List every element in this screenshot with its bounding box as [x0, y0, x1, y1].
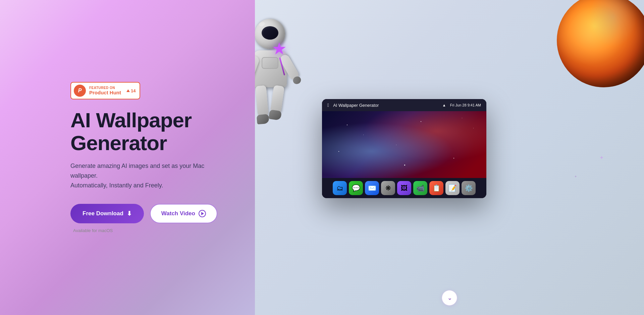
watch-video-button[interactable]: Watch Video: [150, 204, 217, 223]
left-arm: [255, 55, 260, 83]
download-button-label: Free Download: [83, 210, 123, 217]
right-leg: [270, 85, 285, 113]
mac-titlebar-right: ▲ Fri Jun 28 9:41 AM: [442, 103, 481, 107]
mac-window-title: AI Wallpaper Generator: [333, 103, 440, 108]
subtitle-line1: Generate amazing AI images and set as yo…: [70, 163, 204, 179]
hero-content: P FEATURED ON Product Hunt 14 AI Wallpap…: [70, 82, 255, 233]
right-glove: [292, 75, 303, 85]
dock-item-flower[interactable]: ❋: [381, 181, 395, 195]
product-hunt-count: 14: [126, 88, 136, 93]
product-hunt-name: Product Hunt: [89, 90, 121, 95]
available-label: Available for macOS: [70, 228, 255, 233]
dock-item-settings[interactable]: ⚙️: [462, 181, 476, 195]
subtitle-line2: Automatically, Instantly and Freely.: [70, 182, 163, 189]
star-icon: ★: [272, 39, 287, 58]
right-boot: [269, 109, 282, 121]
watch-video-label: Watch Video: [161, 210, 195, 217]
dock-item-finder[interactable]: 🗂: [333, 181, 347, 195]
sparkle-icon-1: ✦: [599, 154, 604, 161]
suit-chest-detail: [262, 57, 278, 69]
main-heading: AI Wallpaper Generator: [70, 109, 255, 154]
mac-dock: 🗂 💬 ✉️ ❋ 🖼 📹 📋 📝 ⚙️: [322, 178, 486, 198]
product-hunt-logo: P: [74, 85, 86, 97]
mac-time: Fri Jun 28 9:41 AM: [450, 103, 481, 107]
download-icon: ⬇: [127, 210, 132, 217]
dock-item-mail[interactable]: ✉️: [365, 181, 379, 195]
left-leg: [255, 85, 269, 116]
product-hunt-badge[interactable]: P FEATURED ON Product Hunt 14: [70, 82, 140, 99]
apple-logo-icon: : [327, 102, 329, 108]
stars-decoration: [322, 111, 486, 178]
product-hunt-text: FEATURED ON Product Hunt: [89, 86, 121, 95]
subtitle: Generate amazing AI images and set as yo…: [70, 161, 231, 190]
star-wand: ★: [272, 39, 287, 58]
dock-item-facetime[interactable]: 📹: [413, 181, 427, 195]
mac-titlebar:  AI Wallpaper Generator ▲ Fri Jun 28 9:…: [322, 99, 486, 111]
helmet-reflection: [258, 21, 265, 27]
dock-item-reminders[interactable]: 📋: [429, 181, 443, 195]
dock-item-messages[interactable]: 💬: [349, 181, 363, 195]
planet-surface: [557, 0, 644, 87]
dock-item-photos[interactable]: 🖼: [397, 181, 411, 195]
left-panel: P FEATURED ON Product Hunt 14 AI Wallpap…: [0, 0, 255, 315]
upvote-triangle-icon: [126, 89, 130, 92]
dock-item-notes[interactable]: 📝: [445, 181, 460, 195]
scroll-down-button[interactable]: ⌄: [442, 290, 457, 306]
wifi-icon: ▲: [442, 103, 446, 107]
right-panel:  AI Wallpaper Generator ▲ Fri Jun 28 9:…: [255, 0, 644, 315]
play-triangle-icon: [201, 212, 204, 215]
free-download-button[interactable]: Free Download ⬇: [70, 204, 144, 223]
chevron-down-icon: ⌄: [447, 295, 452, 301]
featured-on-label: FEATURED ON: [89, 86, 121, 90]
cta-buttons: Free Download ⬇ Watch Video: [70, 204, 255, 223]
play-icon: [199, 210, 206, 217]
visor: [262, 26, 278, 40]
planet-decoration: [557, 0, 644, 87]
astronaut-figure: ★: [255, 19, 288, 87]
sparkle-icon-2: ✦: [574, 175, 577, 178]
mac-window:  AI Wallpaper Generator ▲ Fri Jun 28 9:…: [322, 99, 486, 198]
mac-screenshot-bg: [322, 111, 486, 178]
left-boot: [257, 114, 269, 124]
